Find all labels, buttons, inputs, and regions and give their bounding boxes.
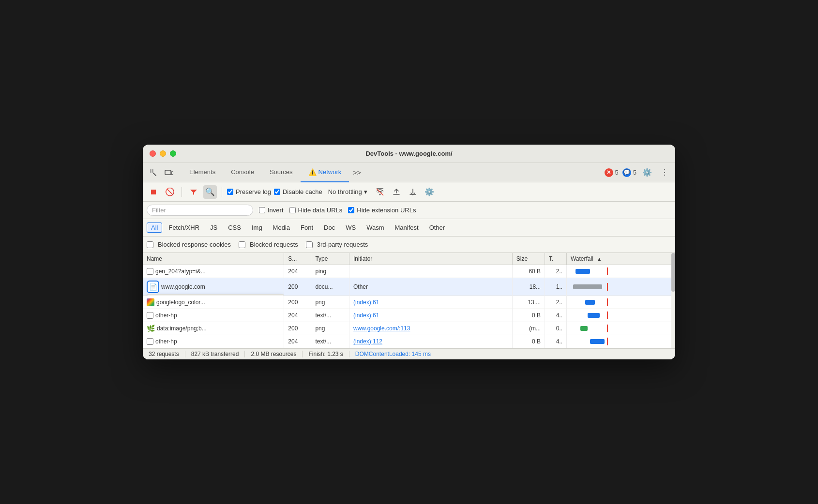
clear-btn[interactable]: 🚫 bbox=[163, 185, 177, 199]
close-button[interactable] bbox=[150, 150, 156, 157]
maximize-button[interactable] bbox=[170, 150, 176, 157]
type-btn-css[interactable]: CSS bbox=[224, 222, 245, 233]
error-icon: ✕ bbox=[605, 168, 613, 177]
tab-sources[interactable]: Sources bbox=[262, 163, 301, 182]
type-btn-font[interactable]: Font bbox=[296, 222, 318, 233]
tab-console[interactable]: Console bbox=[223, 163, 262, 182]
tab-bar: Elements Console Sources ⚠️ Network >> bbox=[143, 163, 675, 182]
download-icon bbox=[409, 188, 417, 196]
search-btn[interactable]: 🔍 bbox=[203, 185, 217, 199]
settings-btn[interactable]: ⚙️ bbox=[640, 166, 654, 179]
table-header: Name S... Type Initiator Size T. Waterfa… bbox=[143, 253, 675, 265]
th-type[interactable]: Type bbox=[311, 253, 349, 265]
options-bar: Blocked response cookies Blocked request… bbox=[143, 237, 675, 253]
preserve-log-checkbox[interactable]: Preserve log bbox=[227, 188, 271, 195]
sort-arrow: ▲ bbox=[597, 256, 602, 262]
hide-data-urls-checkbox[interactable]: Hide data URLs bbox=[289, 207, 343, 214]
table-row[interactable]: other-hp 204 text/... (index):61 0 B 4.. bbox=[143, 309, 675, 322]
cell-time: 4.. bbox=[545, 309, 567, 322]
type-btn-ws[interactable]: WS bbox=[341, 222, 360, 233]
th-size[interactable]: Size bbox=[512, 253, 545, 265]
responsive-icon-btn[interactable] bbox=[162, 166, 176, 179]
cursor-icon-btn[interactable] bbox=[147, 166, 160, 179]
type-btn-fetch-xhr[interactable]: Fetch/XHR bbox=[164, 222, 204, 233]
table-row[interactable]: gen_204?atyp=i&... 204 ping 60 B 2.. bbox=[143, 265, 675, 278]
requests-count: 32 requests bbox=[149, 351, 185, 357]
filter-bar: Invert Hide data URLs Hide extension URL… bbox=[143, 202, 675, 219]
initiator-link[interactable]: (index):61 bbox=[353, 299, 379, 306]
cell-size: 60 B bbox=[512, 265, 545, 278]
type-btn-manifest[interactable]: Manifest bbox=[390, 222, 423, 233]
filter-icon bbox=[190, 188, 197, 196]
th-time[interactable]: T. bbox=[545, 253, 567, 265]
type-btn-wasm[interactable]: Wasm bbox=[362, 222, 388, 233]
cell-status: 204 bbox=[284, 335, 311, 348]
import-btn[interactable] bbox=[406, 185, 420, 199]
cell-initiator bbox=[349, 265, 513, 278]
type-btn-all[interactable]: All bbox=[147, 222, 162, 233]
more-menu-btn[interactable]: ⋮ bbox=[658, 166, 671, 179]
hide-extension-urls-checkbox[interactable]: Hide extension URLs bbox=[348, 207, 416, 214]
window-title: DevTools - www.google.com/ bbox=[365, 150, 452, 157]
error-badge[interactable]: ✕ 5 bbox=[605, 168, 619, 177]
row-checkbox[interactable] bbox=[147, 338, 153, 345]
stop-recording-btn[interactable]: ⏹ bbox=[147, 185, 160, 199]
resources-size: 2.0 MB resources bbox=[245, 351, 303, 357]
minimize-button[interactable] bbox=[160, 150, 166, 157]
network-settings-btn[interactable]: ⚙️ bbox=[423, 185, 436, 199]
scrollbar-thumb[interactable] bbox=[671, 253, 675, 292]
tab-elements[interactable]: Elements bbox=[182, 163, 223, 182]
cell-type: png bbox=[311, 322, 349, 335]
cell-initiator: (index):61 bbox=[349, 309, 513, 322]
tab-bar-right: ✕ 5 💬 5 ⚙️ ⋮ bbox=[605, 166, 671, 179]
table-row[interactable]: other-hp 204 text/... (index):112 0 B 4.… bbox=[143, 335, 675, 348]
cell-type: ping bbox=[311, 265, 349, 278]
message-badge[interactable]: 💬 5 bbox=[622, 168, 636, 177]
blocked-response-cookies-checkbox[interactable]: Blocked response cookies bbox=[147, 241, 231, 248]
cell-size: 18... bbox=[512, 278, 545, 296]
table-row[interactable]: googlelogo_color... 200 png (index):61 1… bbox=[143, 296, 675, 309]
row-checkbox[interactable] bbox=[147, 268, 153, 275]
upload-icon bbox=[393, 188, 400, 196]
network-conditions-btn[interactable] bbox=[373, 185, 387, 199]
titlebar: DevTools - www.google.com/ bbox=[143, 145, 675, 163]
th-waterfall[interactable]: Waterfall ▲ bbox=[566, 253, 675, 265]
cell-name: googlelogo_color... bbox=[143, 296, 284, 309]
filter-btn[interactable] bbox=[187, 185, 200, 199]
cell-status: 200 bbox=[284, 278, 311, 296]
row-checkbox[interactable] bbox=[147, 312, 153, 319]
chevron-down-icon: ▾ bbox=[364, 188, 367, 195]
table-row[interactable]: 🌿 data:image/png;b... 200 png www.google… bbox=[143, 322, 675, 335]
initiator-link[interactable]: (index):61 bbox=[353, 312, 379, 319]
type-btn-media[interactable]: Media bbox=[269, 222, 294, 233]
svg-rect-5 bbox=[171, 172, 173, 175]
type-btn-other[interactable]: Other bbox=[425, 222, 450, 233]
cell-waterfall bbox=[566, 278, 675, 296]
cell-status: 200 bbox=[284, 296, 311, 309]
th-name[interactable]: Name bbox=[143, 253, 284, 265]
initiator-link[interactable]: www.google.com/:113 bbox=[353, 325, 410, 332]
type-btn-doc[interactable]: Doc bbox=[319, 222, 339, 233]
cell-time: 2.. bbox=[545, 265, 567, 278]
status-bar: 32 requests 827 kB transferred 2.0 MB re… bbox=[143, 348, 675, 359]
throttle-select[interactable]: No throttling ▾ bbox=[325, 187, 370, 196]
invert-checkbox[interactable]: Invert bbox=[259, 207, 284, 214]
third-party-requests-checkbox[interactable]: 3rd-party requests bbox=[306, 241, 368, 248]
tab-network[interactable]: ⚠️ Network bbox=[301, 163, 349, 182]
th-initiator[interactable]: Initiator bbox=[349, 253, 513, 265]
type-btn-img[interactable]: Img bbox=[247, 222, 267, 233]
cell-waterfall bbox=[566, 322, 675, 335]
cell-time: 4.. bbox=[545, 335, 567, 348]
initiator-link[interactable]: (index):112 bbox=[353, 338, 382, 345]
disable-cache-checkbox[interactable]: Disable cache bbox=[274, 188, 322, 195]
blocked-requests-checkbox[interactable]: Blocked requests bbox=[239, 241, 298, 248]
table-row[interactable]: 📄 www.google.com Both request content an… bbox=[143, 278, 675, 296]
cell-time: 0.. bbox=[545, 322, 567, 335]
export-btn[interactable] bbox=[390, 185, 403, 199]
cell-name: gen_204?atyp=i&... bbox=[143, 265, 284, 278]
filter-input[interactable] bbox=[147, 205, 253, 216]
tab-more-btn[interactable]: >> bbox=[349, 163, 364, 182]
responsive-icon bbox=[165, 168, 173, 177]
type-btn-js[interactable]: JS bbox=[206, 222, 222, 233]
th-status[interactable]: S... bbox=[284, 253, 311, 265]
